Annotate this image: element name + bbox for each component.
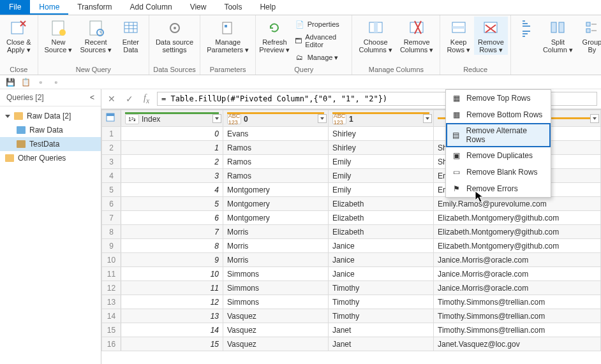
cell-index[interactable]: 14 bbox=[121, 323, 223, 337]
table-row[interactable]: 1110SimmonsJaniceJanice.Morris@oracle.co… bbox=[102, 267, 601, 281]
properties-button[interactable]: 📄Properties bbox=[293, 18, 347, 31]
cell-c0[interactable]: Morris bbox=[223, 253, 329, 267]
cell-c1[interactable]: Janice bbox=[329, 239, 434, 253]
remove-rows-button[interactable]: Remove Rows ▾ bbox=[474, 17, 508, 55]
cell-c2[interactable]: Janice.Morris@oracle.com bbox=[434, 253, 601, 267]
cell-c0[interactable]: Simmons bbox=[223, 281, 329, 295]
cell-index[interactable]: 15 bbox=[121, 337, 223, 351]
menu-remove-errors[interactable]: ⚑Remove Errors bbox=[446, 180, 551, 197]
remove-columns-button[interactable]: Remove Columns ▾ bbox=[396, 17, 437, 55]
save-icon[interactable]: 💾 bbox=[5, 77, 15, 87]
row-number[interactable]: 15 bbox=[102, 323, 121, 337]
filter-dropdown-icon[interactable] bbox=[212, 114, 221, 123]
cell-c1[interactable]: Janet bbox=[329, 323, 434, 337]
table-row[interactable]: 98MorrisJaniceElizabeth.Montgomery@githu… bbox=[102, 239, 601, 253]
table-row[interactable]: 87MorrisElizabethElizabeth.Montgomery@gi… bbox=[102, 225, 601, 239]
filter-dropdown-icon[interactable] bbox=[590, 114, 599, 123]
tree-group-rawdata[interactable]: Raw Data [2] bbox=[0, 109, 101, 123]
cell-c0[interactable]: Vasquez bbox=[223, 337, 329, 351]
column-header-1[interactable]: ABC1231 bbox=[329, 110, 434, 127]
table-row[interactable]: 109MorrisJaniceJanice.Morris@oracle.com bbox=[102, 253, 601, 267]
menu-tools[interactable]: Tools bbox=[215, 0, 251, 15]
menu-file[interactable]: File bbox=[0, 0, 30, 15]
row-number[interactable]: 14 bbox=[102, 309, 121, 323]
cell-c0[interactable]: Vasquez bbox=[223, 309, 329, 323]
table-row[interactable]: 76MontgomeryElizabethElizabeth.Montgomer… bbox=[102, 211, 601, 225]
cell-c1[interactable]: Janice bbox=[329, 267, 434, 281]
menu-remove-blank-rows[interactable]: ▭Remove Blank Rows bbox=[446, 164, 551, 180]
cell-c1[interactable]: Elizabeth bbox=[329, 211, 434, 225]
table-row[interactable]: 1211SimmonsTimothyJanice.Morris@oracle.c… bbox=[102, 281, 601, 295]
row-number[interactable]: 4 bbox=[102, 169, 121, 183]
menu-transform[interactable]: Transform bbox=[68, 0, 121, 15]
accept-formula-icon[interactable]: ✓ bbox=[123, 94, 136, 104]
cell-index[interactable]: 8 bbox=[121, 239, 223, 253]
cell-c2[interactable]: Elizabeth.Montgomery@github.com bbox=[434, 239, 601, 253]
cell-c1[interactable]: Timothy bbox=[329, 295, 434, 309]
tree-item-rawdata[interactable]: Raw Data bbox=[0, 123, 101, 137]
table-corner-button[interactable] bbox=[102, 110, 121, 127]
tree-item-testdata[interactable]: TestData bbox=[0, 137, 101, 151]
table-row[interactable]: 1514VasquezJanetTimothy.Simmons@trellian… bbox=[102, 323, 601, 337]
cell-c0[interactable]: Montgomery bbox=[223, 197, 329, 211]
cell-index[interactable]: 5 bbox=[121, 197, 223, 211]
cell-c2[interactable]: Janice.Morris@oracle.com bbox=[434, 267, 601, 281]
row-number[interactable]: 13 bbox=[102, 295, 121, 309]
cell-c1[interactable]: Emily bbox=[329, 155, 434, 169]
new-source-button[interactable]: New Source ▾ bbox=[41, 17, 77, 55]
cell-c1[interactable]: Janet bbox=[329, 337, 434, 351]
cell-index[interactable]: 4 bbox=[121, 183, 223, 197]
menu-remove-duplicates[interactable]: ▣Remove Duplicates bbox=[446, 147, 551, 164]
manage-parameters-button[interactable]: Manage Parameters ▾ bbox=[203, 17, 253, 55]
close-apply-button[interactable]: Close & Apply ▾ bbox=[3, 17, 35, 55]
table-row[interactable]: 1413VasquezTimothyTimothy.Simmons@trelli… bbox=[102, 309, 601, 323]
cell-index[interactable]: 3 bbox=[121, 169, 223, 183]
cell-c1[interactable]: Timothy bbox=[329, 309, 434, 323]
split-column-button[interactable]: Split Column ▾ bbox=[539, 17, 577, 55]
queries-header[interactable]: Queries [2] < bbox=[0, 89, 101, 106]
keep-rows-button[interactable]: Keep Rows ▾ bbox=[443, 17, 474, 55]
table-row[interactable]: 1615VasquezJanetJanet.Vasquez@loc.gov bbox=[102, 337, 601, 351]
advanced-editor-button[interactable]: 🗔Advanced Editor bbox=[293, 32, 347, 50]
recent-sources-button[interactable]: Recent Sources ▾ bbox=[76, 17, 115, 55]
cell-c0[interactable]: Montgomery bbox=[223, 183, 329, 197]
enter-data-button[interactable]: Enter Data bbox=[115, 17, 146, 55]
cell-index[interactable]: 6 bbox=[121, 211, 223, 225]
cell-c1[interactable]: Emily bbox=[329, 169, 434, 183]
qat-icon-3[interactable]: ▫ bbox=[36, 77, 46, 87]
menu-addcolumn[interactable]: Add Column bbox=[121, 0, 181, 15]
cell-c2[interactable]: Janet.Vasquez@loc.gov bbox=[434, 337, 601, 351]
row-number[interactable]: 1 bbox=[102, 127, 121, 141]
cell-index[interactable]: 13 bbox=[121, 309, 223, 323]
cell-c0[interactable]: Ramos bbox=[223, 155, 329, 169]
cell-c0[interactable]: Montgomery bbox=[223, 211, 329, 225]
sort-buttons[interactable] bbox=[514, 17, 539, 41]
row-number[interactable]: 16 bbox=[102, 337, 121, 351]
cell-c1[interactable]: Elizabeth bbox=[329, 197, 434, 211]
cell-c0[interactable]: Simmons bbox=[223, 295, 329, 309]
cell-c0[interactable]: Morris bbox=[223, 225, 329, 239]
menu-remove-top-rows[interactable]: ▦Remove Top Rows bbox=[446, 90, 551, 106]
row-number[interactable]: 2 bbox=[102, 141, 121, 155]
cell-c0[interactable]: Ramos bbox=[223, 169, 329, 183]
cell-c1[interactable]: Shirley bbox=[329, 141, 434, 155]
table-row[interactable]: 1312SimmonsTimothyTimothy.Simmons@trelli… bbox=[102, 295, 601, 309]
cell-index[interactable]: 2 bbox=[121, 155, 223, 169]
cell-index[interactable]: 12 bbox=[121, 295, 223, 309]
menu-home[interactable]: Home bbox=[30, 0, 68, 15]
tree-group-other[interactable]: Other Queries bbox=[0, 151, 101, 165]
table-row[interactable]: 65MontgomeryElizabethEmily.Ramos@purevol… bbox=[102, 197, 601, 211]
cell-c2[interactable]: Emily.Ramos@purevolume.com bbox=[434, 197, 601, 211]
row-number[interactable]: 9 bbox=[102, 239, 121, 253]
cell-c1[interactable]: Shirley bbox=[329, 127, 434, 141]
manage-button[interactable]: 🗂Manage ▾ bbox=[293, 51, 347, 64]
cell-index[interactable]: 0 bbox=[121, 127, 223, 141]
cell-c2[interactable]: Elizabeth.Montgomery@github.com bbox=[434, 225, 601, 239]
row-number[interactable]: 11 bbox=[102, 267, 121, 281]
qat-icon-4[interactable]: ▫ bbox=[51, 77, 61, 87]
cell-index[interactable]: 7 bbox=[121, 225, 223, 239]
collapse-panel-icon[interactable]: < bbox=[90, 93, 94, 102]
cell-c1[interactable]: Janice bbox=[329, 253, 434, 267]
cell-c2[interactable]: Elizabeth.Montgomery@github.com bbox=[434, 211, 601, 225]
filter-dropdown-icon[interactable] bbox=[423, 114, 432, 123]
